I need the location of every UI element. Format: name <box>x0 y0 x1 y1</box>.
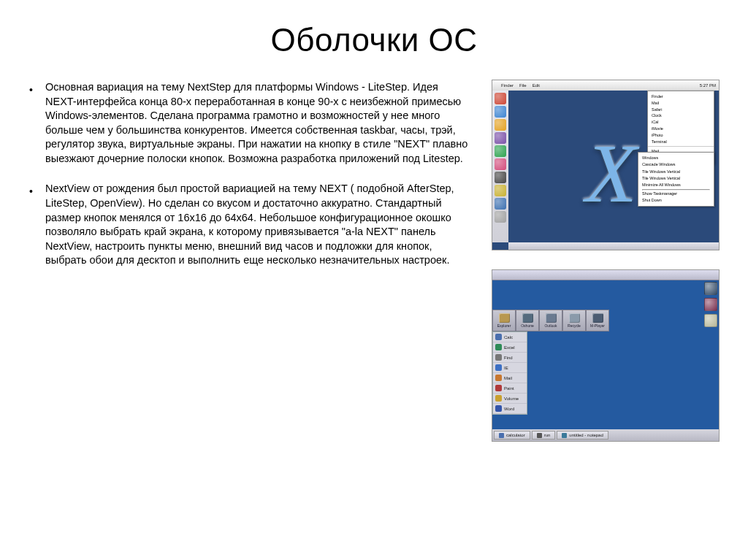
panel-item: Excel <box>493 342 527 353</box>
panel-item: Mail <box>493 373 527 383</box>
slide-title: Оболочки ОС <box>29 22 719 58</box>
menu-item: Windows <box>642 155 710 161</box>
menu-item: Safari <box>652 107 710 113</box>
menu-item: Tile Windows Vertical <box>642 169 710 175</box>
taskbar: calculator run untitled - notepad <box>492 429 719 441</box>
tray-icon <box>704 298 717 311</box>
sidebar <box>492 91 508 242</box>
dock-icon <box>495 211 506 223</box>
bullet-dot-icon <box>29 80 45 166</box>
taskbar <box>508 242 719 250</box>
menubar-item: Finder <box>501 83 514 88</box>
bullet-item: Основная вариация на тему NextStep для п… <box>29 80 470 166</box>
wallpaper-x-logo: X <box>585 126 625 222</box>
panel-item: Find <box>493 353 527 363</box>
panel-item: Paint <box>493 383 527 394</box>
menu-item: Cascade Windows <box>642 161 710 168</box>
desktop-titlebar <box>492 270 719 280</box>
dock-button: Explorer <box>492 310 516 331</box>
taskbar-button: run <box>532 431 556 440</box>
next-dock: Explorer Oshone Outlook Recycle M-Player <box>492 310 609 331</box>
text-column: Основная вариация на тему NextStep для п… <box>29 80 470 441</box>
tray-icon <box>704 282 717 295</box>
dock-icon <box>495 172 506 183</box>
panel-item: IE <box>493 363 527 373</box>
dock-label: Oshone <box>521 323 534 328</box>
menubar-clock: 5:27 PM <box>700 83 716 88</box>
dock-icon <box>495 185 506 196</box>
content-row: Основная вариация на тему NextStep для п… <box>29 80 719 441</box>
dock-icon <box>495 93 506 104</box>
dock-button: M-Player <box>586 310 609 331</box>
dock-button: Outlook <box>539 310 562 331</box>
menubar-item: File <box>519 83 527 88</box>
dock-icon <box>495 158 506 170</box>
slide: Оболочки ОС Основная вариация на тему Ne… <box>0 0 748 560</box>
menu-item: Mail <box>652 100 710 107</box>
bullet-item: NextView от рождения был простой вариаци… <box>29 182 470 267</box>
dock-label: M-Player <box>590 323 605 328</box>
menu-item: iPhoto <box>652 132 710 139</box>
right-tray <box>703 280 719 327</box>
panel-item: Calc <box>493 332 527 342</box>
menu-item: Show Taskmanager <box>642 191 710 197</box>
dock-icon <box>495 119 506 131</box>
menu-item: iCal <box>652 119 710 126</box>
image-column: Finder File Edit 5:27 PM <box>492 80 719 441</box>
menu-item: Tile Windows Vertical <box>642 175 710 182</box>
dock-label: Recycle <box>568 323 581 328</box>
context-submenu: Windows Cascade Windows Tile Windows Ver… <box>638 152 714 207</box>
left-panel: Calc Excel Find IE Mail Paint Volume Wor… <box>492 331 527 415</box>
taskbar-button: calculator <box>494 431 530 440</box>
dock-icon <box>495 132 506 144</box>
dock-icon <box>495 106 506 118</box>
bullet-text: NextView от рождения был простой вариаци… <box>45 182 470 267</box>
bullet-dot-icon <box>29 182 45 267</box>
menu-item: iMovie <box>652 126 710 132</box>
dock-button: Oshone <box>516 310 539 331</box>
dock-label: Explorer <box>497 323 511 328</box>
dock-icon <box>495 145 506 157</box>
dock-icon <box>495 198 506 210</box>
menu-item: Terminal <box>652 139 710 145</box>
dock-label: Outlook <box>544 323 557 328</box>
dock-button: Recycle <box>562 310 586 331</box>
menubar: Finder File Edit 5:27 PM <box>492 80 719 91</box>
screenshot-litestep-macstyle: Finder File Edit 5:27 PM <box>492 80 719 250</box>
menubar-item: Edit <box>533 83 540 88</box>
tray-icon <box>704 314 717 327</box>
menu-item: Shut Down <box>642 197 710 204</box>
panel-item: Word <box>493 404 527 414</box>
menu-item: Finder <box>652 93 710 100</box>
bullet-text: Основная вариация на тему NextStep для п… <box>45 80 470 166</box>
menu-item: Clock <box>652 112 710 119</box>
taskbar-button: untitled - notepad <box>557 431 608 440</box>
screenshot-nextview: Explorer Oshone Outlook Recycle M-Player… <box>492 270 719 441</box>
menu-item: Minimize All Windows <box>642 182 710 188</box>
panel-item: Volume <box>493 394 527 404</box>
